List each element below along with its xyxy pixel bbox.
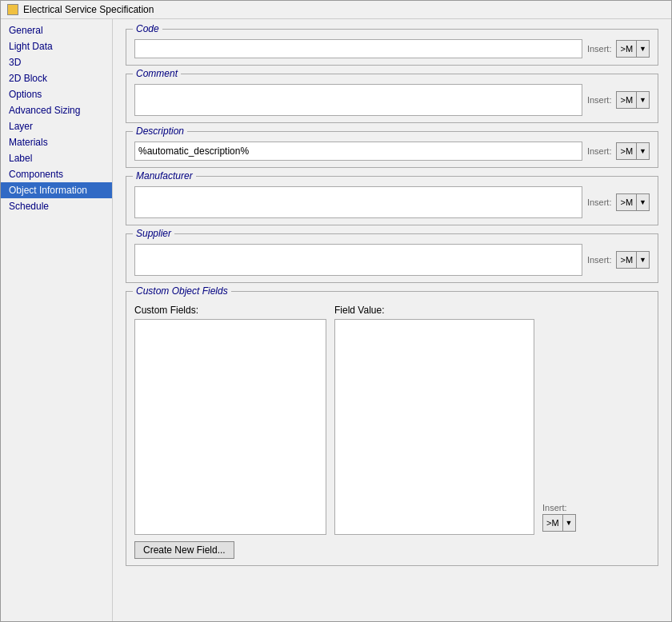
title-bar: Electrical Service Specification: [1, 1, 671, 19]
custom-insert-main[interactable]: >M: [543, 515, 563, 531]
insert-right: Insert: >M ▼: [542, 305, 576, 535]
sidebar-item-general[interactable]: General: [1, 22, 112, 38]
custom-fields-section-label: Custom Object Fields: [133, 285, 231, 297]
supplier-group: Supplier Insert: >M ▼: [126, 233, 658, 283]
supplier-label: Supplier: [133, 228, 174, 239]
sidebar-item-object-information[interactable]: Object Information: [1, 182, 112, 198]
comment-insert-main[interactable]: >M: [617, 92, 637, 108]
description-input[interactable]: [134, 142, 582, 161]
code-input[interactable]: [134, 39, 582, 58]
code-label: Code: [133, 23, 162, 34]
description-insert-arrow[interactable]: ▼: [637, 143, 649, 159]
comment-insert-btn[interactable]: >M ▼: [616, 91, 650, 109]
code-insert-main[interactable]: >M: [617, 41, 637, 57]
sidebar-item-materials[interactable]: Materials: [1, 134, 112, 150]
custom-col: Custom Fields:: [134, 305, 326, 535]
custom-insert-arrow[interactable]: ▼: [563, 515, 575, 531]
custom-fields-col-label: Custom Fields:: [134, 305, 326, 316]
sidebar-item-3d[interactable]: 3D: [1, 54, 112, 70]
custom-insert-btn[interactable]: >M ▼: [542, 514, 576, 532]
main-content: GeneralLight Data3D2D BlockOptionsAdvanc…: [1, 19, 671, 621]
code-insert-btn[interactable]: >M ▼: [616, 40, 650, 58]
description-insert-btn[interactable]: >M ▼: [616, 142, 650, 160]
description-label: Description: [133, 126, 187, 137]
window-icon: [7, 4, 18, 15]
custom-insert-label: Insert:: [542, 503, 576, 512]
supplier-insert-main[interactable]: >M: [617, 252, 637, 268]
code-insert-arrow[interactable]: ▼: [637, 41, 649, 57]
sidebar-item-2d-block[interactable]: 2D Block: [1, 70, 112, 86]
description-group: Description Insert: >M ▼: [126, 131, 658, 168]
manufacturer-input[interactable]: [134, 186, 582, 218]
window-title: Electrical Service Specification: [23, 4, 154, 15]
custom-fields-section: Custom Object Fields Custom Fields: Fiel…: [126, 291, 658, 566]
custom-fields-body: Custom Fields: Field Value: Insert: >M ▼: [134, 305, 650, 535]
code-group: Code Insert: >M ▼: [126, 29, 658, 66]
manufacturer-insert-arrow[interactable]: ▼: [637, 194, 649, 210]
sidebar-item-schedule[interactable]: Schedule: [1, 198, 112, 214]
manufacturer-group: Manufacturer Insert: >M ▼: [126, 176, 658, 225]
comment-label: Comment: [133, 68, 181, 79]
field-value-col: Field Value:: [334, 305, 534, 535]
comment-insert-label: Insert:: [587, 95, 612, 105]
create-new-field-button[interactable]: Create New Field...: [134, 541, 234, 559]
main-window: Electrical Service Specification General…: [0, 0, 672, 622]
comment-input[interactable]: [134, 84, 582, 116]
comment-row: Insert: >M ▼: [134, 84, 650, 116]
field-value-list[interactable]: [334, 319, 534, 535]
sidebar: GeneralLight Data3D2D BlockOptionsAdvanc…: [1, 19, 113, 621]
manufacturer-insert-label: Insert:: [587, 197, 612, 207]
description-insert-label: Insert:: [587, 146, 612, 156]
sidebar-item-label[interactable]: Label: [1, 150, 112, 166]
manufacturer-row: Insert: >M ▼: [134, 186, 650, 218]
description-row: Insert: >M ▼: [134, 142, 650, 161]
supplier-insert-label: Insert:: [587, 255, 612, 265]
manufacturer-insert-btn[interactable]: >M ▼: [616, 193, 650, 211]
sidebar-item-components[interactable]: Components: [1, 166, 112, 182]
supplier-row: Insert: >M ▼: [134, 244, 650, 276]
supplier-insert-btn[interactable]: >M ▼: [616, 251, 650, 269]
supplier-insert-arrow[interactable]: ▼: [637, 252, 649, 268]
custom-fields-list[interactable]: [134, 319, 326, 535]
manufacturer-label: Manufacturer: [133, 170, 196, 181]
sidebar-item-options[interactable]: Options: [1, 86, 112, 102]
code-row: Insert: >M ▼: [134, 39, 650, 58]
description-insert-main[interactable]: >M: [617, 143, 637, 159]
field-value-label: Field Value:: [334, 305, 534, 316]
sidebar-item-light-data[interactable]: Light Data: [1, 38, 112, 54]
comment-group: Comment Insert: >M ▼: [126, 74, 658, 123]
sidebar-item-layer[interactable]: Layer: [1, 118, 112, 134]
manufacturer-insert-main[interactable]: >M: [617, 194, 637, 210]
content-area: Code Insert: >M ▼ Comment Insert:: [113, 19, 671, 621]
comment-insert-arrow[interactable]: ▼: [637, 92, 649, 108]
sidebar-item-advanced-sizing[interactable]: Advanced Sizing: [1, 102, 112, 118]
supplier-input[interactable]: [134, 244, 582, 276]
code-insert-label: Insert:: [587, 44, 612, 54]
